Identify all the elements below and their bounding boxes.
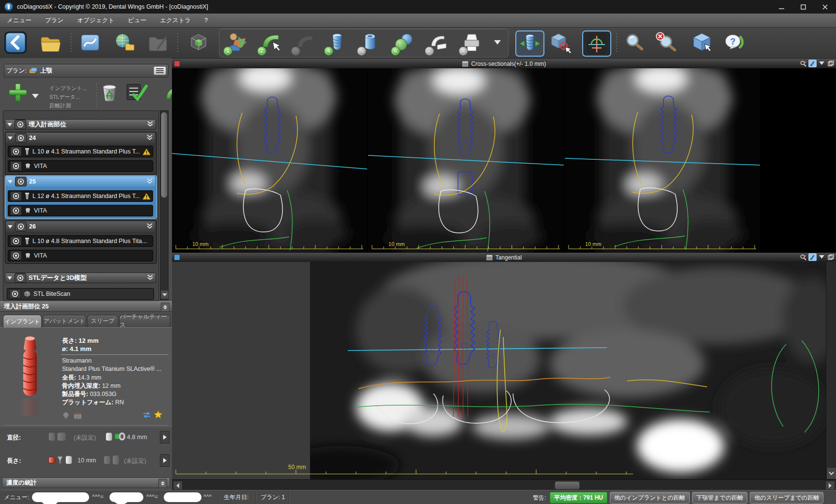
tooth-group-24-header[interactable]: 24 <box>6 133 155 143</box>
diameter-expand-button[interactable] <box>160 431 170 443</box>
visibility-toggle[interactable] <box>9 289 21 299</box>
tangential-vertical-scrollbar[interactable] <box>826 262 836 479</box>
add-menu-implant[interactable]: インプラント... <box>49 85 96 92</box>
visibility-toggle[interactable] <box>10 191 22 201</box>
layout-windows-icon[interactable] <box>827 60 835 67</box>
visibility-toggle[interactable] <box>10 161 22 171</box>
panel-spinner[interactable] <box>161 303 170 312</box>
add-menu-distance[interactable]: 距離計測 <box>49 102 96 109</box>
add-menu-stl[interactable]: STLデータ... <box>49 93 96 101</box>
scroll-left-button[interactable] <box>173 481 183 490</box>
add-object-button[interactable] <box>8 82 28 105</box>
double-chevron-icon[interactable] <box>147 274 154 282</box>
step5-sleeve-button[interactable]: 5 <box>357 31 383 55</box>
menu-item-object[interactable]: オブジェクト <box>70 14 121 27</box>
ct-slice-panel-2[interactable]: 10 mm <box>368 68 564 253</box>
menu-item-extras[interactable]: エクストラ <box>153 14 198 27</box>
open-plan-button[interactable] <box>38 31 63 55</box>
mean-density-button[interactable]: 平均密度：791 HU <box>550 492 607 504</box>
help-button[interactable]: ? <box>722 31 747 55</box>
collapse-arrow-icon[interactable] <box>8 137 13 140</box>
sync-icon[interactable] <box>142 411 151 421</box>
visibility-toggle[interactable] <box>15 177 27 186</box>
lamp-icon[interactable] <box>62 412 70 421</box>
visibility-toggle[interactable] <box>10 236 22 246</box>
view-color-tag-red[interactable] <box>174 61 180 67</box>
density-stats-header[interactable]: 濃度の統計 <box>2 477 170 488</box>
visibility-toggle[interactable] <box>15 222 27 231</box>
step3-button-disabled[interactable]: 3 <box>292 31 317 55</box>
step1-patient-button[interactable]: 1 <box>224 31 249 55</box>
tangential-titlebar[interactable]: Tangential <box>172 253 836 262</box>
menu-item-plan[interactable]: プラン <box>38 14 70 27</box>
plan-menu-button[interactable] <box>154 66 166 75</box>
double-chevron-icon[interactable] <box>146 134 153 142</box>
distance-other-implants-button[interactable]: 他のインプラントとの距離 <box>610 492 690 504</box>
edit-plan-button-disabled[interactable] <box>145 31 170 55</box>
cube-target-button[interactable] <box>547 31 573 55</box>
diameter-smaller-icons[interactable] <box>48 432 66 441</box>
add-dropdown-arrow[interactable] <box>32 92 39 101</box>
scroll-right-button[interactable] <box>825 481 835 490</box>
view-dropdown-icon[interactable] <box>818 60 826 67</box>
cross-sectional-titlebar[interactable]: Cross-sectionals(+/- 1.0 mm) <box>172 59 836 69</box>
visibility-toggle[interactable] <box>15 273 26 283</box>
maximize-button[interactable] <box>792 0 814 14</box>
tooth-group-26-header[interactable]: 26 <box>6 221 155 232</box>
tree-section-implants[interactable]: 埋入計画部位 <box>5 119 156 130</box>
tooth-row-25[interactable]: VITA <box>8 205 153 216</box>
workflow-dropdown-button[interactable] <box>490 31 505 55</box>
stl-bitescan-row[interactable]: STL BiteScan <box>7 288 154 300</box>
distance-mandibular-canal-button[interactable]: 下顎管までの距離 <box>692 492 748 504</box>
tab-implant[interactable]: インプラント <box>3 315 42 328</box>
collapse-arrow-icon[interactable] <box>7 123 12 126</box>
menu-item-view[interactable]: ビュー <box>121 14 153 27</box>
back-button[interactable] <box>3 31 28 55</box>
delete-object-button[interactable] <box>100 82 119 105</box>
zoom-button[interactable] <box>622 31 647 55</box>
menu-item-help[interactable]: ? <box>198 14 215 27</box>
tangential-horizontal-scrollbar[interactable] <box>172 479 836 490</box>
close-button[interactable] <box>814 0 836 14</box>
calendar-icon[interactable]: 12 <box>74 412 82 421</box>
visibility-toggle[interactable] <box>10 147 22 156</box>
step7-button[interactable]: 7 <box>425 31 450 55</box>
implant-row-25[interactable]: L 12 ø 4.1 Straumann Standard Plus T... <box>8 190 153 202</box>
tooth-group-25-header[interactable]: 25 <box>6 176 155 187</box>
length-smaller-icons[interactable] <box>48 455 72 464</box>
double-chevron-icon[interactable] <box>146 223 153 230</box>
tab-abutment[interactable]: アバットメント <box>43 315 86 327</box>
menu-item-menu[interactable]: メニュー <box>0 14 38 27</box>
view-dropdown-icon[interactable] <box>818 253 826 261</box>
length-expand-button[interactable] <box>160 454 170 467</box>
double-chevron-icon[interactable] <box>146 178 153 185</box>
collapse-arrow-icon[interactable] <box>8 180 13 183</box>
visibility-toggle[interactable] <box>10 251 22 260</box>
tangential-ct-view[interactable]: 50 mm <box>172 262 826 479</box>
zoom-reset-view-icon[interactable] <box>799 60 807 67</box>
implant-row-24[interactable]: L 10 ø 4.1 Straumann Standard Plus T... <box>8 146 153 157</box>
plan-selector[interactable]: プラン: 上顎 <box>4 64 169 77</box>
tree-scrollbar-thumb[interactable] <box>161 112 168 198</box>
3d-view-button[interactable] <box>690 31 715 55</box>
visibility-toggle[interactable] <box>15 133 27 143</box>
visibility-toggle[interactable] <box>10 206 22 215</box>
step8-print-button[interactable]: 8 <box>459 31 484 55</box>
distance-other-sleeves-button[interactable]: 他のスリーブまでの距離 <box>750 492 823 504</box>
length-larger-icons[interactable] <box>104 455 119 465</box>
tree-scrollbar[interactable] <box>160 110 169 300</box>
layout-windows-icon[interactable] <box>827 253 835 261</box>
tab-sleeve[interactable]: スリーブ <box>87 315 118 327</box>
crosshair-toggle[interactable] <box>582 31 611 57</box>
next-action-icon-clipped[interactable] <box>164 85 172 102</box>
curve-panorama-button[interactable] <box>77 31 103 55</box>
scroll-down-button[interactable] <box>826 467 836 479</box>
step2-curve-button[interactable]: 2 <box>258 31 283 55</box>
detail-panel-header[interactable]: 埋入計画部位 25 <box>0 301 172 312</box>
link-views-icon[interactable] <box>808 60 817 67</box>
horizontal-scrollbar-thumb[interactable] <box>555 481 580 489</box>
view-color-tag-blue[interactable] <box>174 254 180 260</box>
panel-spinner[interactable] <box>158 479 167 488</box>
zoom-reset-view-icon[interactable] <box>799 253 807 261</box>
implant-row-26[interactable]: L 10 ø 4.8 Straumann Standard Plus Tita.… <box>8 235 153 247</box>
